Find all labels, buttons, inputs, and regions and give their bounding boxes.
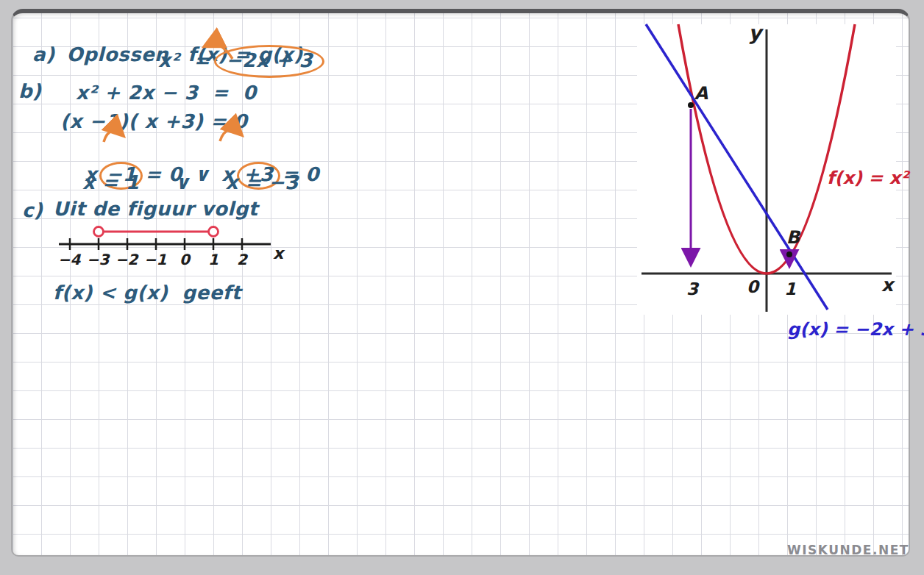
section-b-line2: (x −1)( x +3) = 0 xyxy=(60,111,247,133)
tick-label: −2 xyxy=(115,251,140,268)
tick-label: −3 xyxy=(87,251,111,268)
section-b-marker: b) xyxy=(18,81,42,103)
watermark: WISKUNDE.NET xyxy=(787,543,909,557)
section-a-line2-left: x² = xyxy=(158,50,210,72)
section-c-marker: c) xyxy=(22,200,43,222)
section-c-line2: f(x) < g(x) geeft xyxy=(53,282,241,304)
tick-label: −1 xyxy=(144,251,167,268)
open-endpoint-right xyxy=(209,227,218,237)
number-line-x-label: x xyxy=(273,244,285,262)
graph-tick-1: 1 xyxy=(784,279,796,299)
tick-label: 1 xyxy=(208,251,218,268)
f-function-label: f(x) = x² xyxy=(827,168,911,188)
section-b-line1: x² + 2x − 3 = 0 xyxy=(76,82,256,104)
g-function-label: g(x) = −2x + 3 xyxy=(787,319,924,340)
section-c-line1: Uit de figuur volgt xyxy=(53,199,258,221)
number-line-labels: −4 −3 −2 −1 0 1 2 xyxy=(58,251,249,268)
function-graph: y x A B 3 0 1 f(x) = x² g(x) = −2x + 3 xyxy=(633,15,924,349)
point-B-label: B xyxy=(786,227,801,248)
tick-label: 0 xyxy=(180,251,191,268)
section-a-line2-circled: −2x + 3 xyxy=(226,49,313,71)
graph-tick-minus3: 3 xyxy=(686,279,700,299)
section-a-title: Oplossen xyxy=(67,43,169,65)
point-A-label: A xyxy=(694,83,708,104)
open-endpoint-left xyxy=(94,227,104,237)
point-B-dot xyxy=(786,251,792,257)
tick-label: −4 xyxy=(58,251,82,268)
section-a-marker: a) xyxy=(32,43,54,65)
section-b-line4: x = 1 ∨ x = −3 xyxy=(82,172,299,194)
point-A-dot xyxy=(688,102,694,108)
circled-expression-a: −2x + 3 xyxy=(214,45,324,78)
tick-label: 2 xyxy=(237,251,249,268)
number-line: −4 −3 −2 −1 0 1 2 x xyxy=(55,219,298,272)
